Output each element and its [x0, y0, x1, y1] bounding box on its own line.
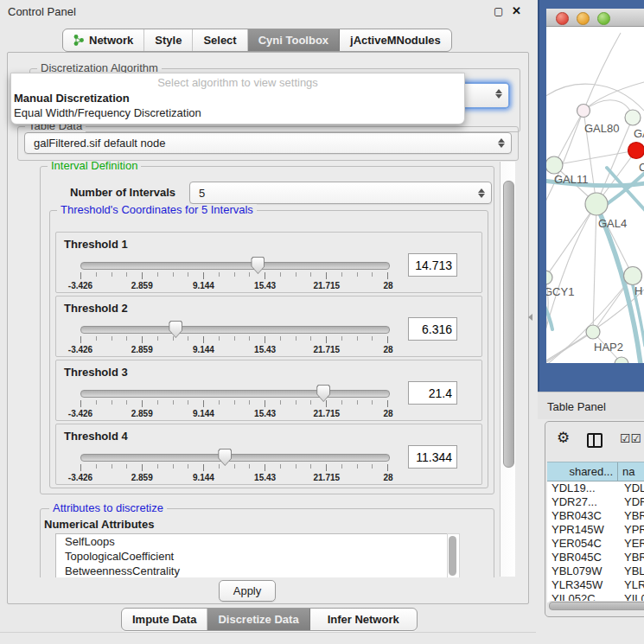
- settings-scrollbar[interactable]: [500, 162, 515, 577]
- tick-mark: [203, 272, 204, 279]
- table-row[interactable]: YBR045CYBR0: [547, 551, 644, 564]
- zoom-traffic-light[interactable]: [597, 12, 610, 25]
- node-pink[interactable]: [577, 105, 590, 118]
- cell-shared-name[interactable]: YDR27...: [547, 495, 618, 509]
- apply-button[interactable]: Apply: [219, 580, 276, 602]
- node-h[interactable]: [624, 267, 642, 285]
- tab-select[interactable]: Select: [193, 29, 247, 51]
- tab-infer-network[interactable]: Infer Network: [310, 609, 417, 630]
- tick-mark: [310, 336, 311, 341]
- float-icon[interactable]: ▢: [494, 5, 503, 17]
- scrollbar-thumb[interactable]: [549, 602, 644, 610]
- algorithm-option-equal-width[interactable]: Equal Width/Frequency Discretization: [14, 106, 201, 119]
- gear-icon[interactable]: ⚙: [557, 430, 570, 447]
- table-row[interactable]: YBR043CYBR0: [547, 509, 644, 523]
- node-green[interactable]: [625, 110, 641, 125]
- threshold-3-slider[interactable]: -3.4262.8599.14415.4321.71528: [80, 390, 388, 418]
- table-row[interactable]: YDL19...YDL1: [547, 481, 644, 495]
- axis-tick-label: 2.859: [131, 409, 153, 418]
- table-body[interactable]: YDL19...YDL1YDR27...YDR2YBR043CYBR0YPR14…: [547, 481, 644, 603]
- node-label-hap2: HAP2: [594, 341, 623, 354]
- table-horizontal-scrollbar[interactable]: [547, 601, 644, 609]
- table-row[interactable]: YER054CYER0: [547, 537, 644, 551]
- tick-mark: [387, 464, 388, 471]
- tab-impute-data[interactable]: Impute Data: [122, 609, 207, 630]
- cell-name[interactable]: YBL0: [618, 564, 644, 578]
- node-gcy1[interactable]: [546, 271, 552, 284]
- axis-tick-label: 28: [383, 281, 392, 290]
- tick-mark: [310, 272, 311, 277]
- checkbox-icons[interactable]: ☑☑: [620, 431, 641, 445]
- column-header-name[interactable]: na: [618, 462, 644, 481]
- attribute-list-item[interactable]: TopologicalCoefficient: [56, 549, 447, 564]
- slider-ticks: [80, 400, 388, 408]
- cell-shared-name[interactable]: YBR045C: [547, 551, 618, 564]
- node-red-selected[interactable]: [628, 143, 644, 159]
- slider-handle[interactable]: [251, 257, 265, 274]
- numerical-attributes-list[interactable]: SelfLoopsTopologicalCoefficientBetweenne…: [55, 533, 448, 577]
- threshold-4-value-input[interactable]: [408, 445, 457, 469]
- threshold-2-value-input[interactable]: [408, 317, 457, 341]
- cell-name[interactable]: YPR1: [618, 523, 644, 537]
- cell-shared-name[interactable]: YLR345W: [547, 578, 618, 592]
- tab-style[interactable]: Style: [144, 29, 193, 51]
- slider-handle[interactable]: [316, 385, 330, 402]
- slider-track[interactable]: [80, 454, 390, 462]
- threshold-1-value-input[interactable]: [408, 253, 457, 277]
- control-panel: Control Panel ▢ ✕ Network Style Select C…: [0, 0, 536, 644]
- tab-network[interactable]: Network: [63, 29, 144, 51]
- algorithm-popup-hint: Select algorithm to view settings: [11, 76, 464, 89]
- cell-name[interactable]: YDL1: [618, 481, 644, 495]
- threshold-4-slider[interactable]: -3.4262.8599.14415.4321.71528: [80, 454, 388, 481]
- slider-handle[interactable]: [169, 321, 182, 338]
- table-row[interactable]: YLR345WYLR3: [547, 578, 644, 592]
- threshold-3-value-input[interactable]: [408, 381, 457, 405]
- cell-shared-name[interactable]: YBR043C: [547, 509, 618, 523]
- node-gal11[interactable]: [546, 156, 563, 174]
- panel-splitter-arrow[interactable]: [528, 314, 532, 321]
- node-hap2[interactable]: [586, 325, 600, 339]
- node-gal4[interactable]: [585, 193, 608, 215]
- table-row[interactable]: YDR27...YDR2: [547, 495, 644, 509]
- cell-name[interactable]: YDR2: [618, 495, 644, 509]
- algorithm-option-manual[interactable]: Manual Discretization: [14, 92, 130, 105]
- table-row[interactable]: YPR145WYPR1: [547, 523, 644, 537]
- tab-cyni-toolbox[interactable]: Cyni Toolbox: [248, 29, 340, 51]
- network-canvas[interactable]: GAL80 GA C GAL11 GAL4 GCY1 H HAP2: [546, 27, 644, 363]
- tab-discretize-data[interactable]: Discretize Data: [207, 609, 309, 630]
- close-traffic-light[interactable]: [556, 12, 569, 25]
- slider-track[interactable]: [80, 262, 390, 270]
- columns-icon[interactable]: [587, 433, 603, 448]
- attribute-list-item[interactable]: SelfLoops: [56, 534, 447, 549]
- close-icon[interactable]: ✕: [512, 4, 521, 17]
- cell-shared-name[interactable]: YER054C: [547, 537, 618, 551]
- cell-name[interactable]: YBR0: [618, 551, 644, 564]
- slider-track[interactable]: [80, 390, 390, 398]
- table-row[interactable]: YBL079WYBL0: [547, 564, 644, 578]
- cell-name[interactable]: YLR3: [618, 578, 644, 592]
- cell-shared-name[interactable]: YPR145W: [547, 523, 618, 537]
- tick-mark: [234, 464, 235, 469]
- slider-track[interactable]: [80, 326, 390, 334]
- column-header-shared-name[interactable]: shared...: [547, 462, 618, 481]
- slider-handle[interactable]: [218, 449, 232, 466]
- number-of-intervals-combobox[interactable]: 5: [189, 182, 492, 204]
- minimize-traffic-light[interactable]: [577, 12, 590, 25]
- cell-shared-name[interactable]: YDL19...: [547, 481, 618, 495]
- attribute-list-item[interactable]: BetweennessCentrality: [56, 564, 447, 577]
- table-data-combobox[interactable]: galFiltered.sif default node: [24, 132, 512, 154]
- scrollbar-thumb[interactable]: [449, 536, 456, 576]
- tick-mark: [203, 336, 204, 343]
- network-nodes[interactable]: [546, 105, 644, 364]
- tick-mark: [296, 336, 296, 341]
- cell-name[interactable]: YER0: [618, 537, 644, 551]
- threshold-coordinates-title: Threshold's Coordinates for 5 Intervals: [57, 204, 257, 216]
- attributes-list-scrollbar[interactable]: [447, 533, 460, 577]
- threshold-1-slider[interactable]: -3.4262.8599.14415.4321.71528: [80, 262, 388, 290]
- scrollbar-thumb[interactable]: [503, 181, 514, 468]
- network-window: GAL80 GA C GAL11 GAL4 GCY1 H HAP2: [546, 9, 644, 363]
- threshold-2-slider[interactable]: -3.4262.8599.14415.4321.71528: [80, 326, 388, 354]
- cell-name[interactable]: YBR0: [618, 509, 644, 523]
- tab-jactivemnodules[interactable]: jActiveMNodules: [340, 29, 451, 51]
- cell-shared-name[interactable]: YBL079W: [547, 564, 618, 578]
